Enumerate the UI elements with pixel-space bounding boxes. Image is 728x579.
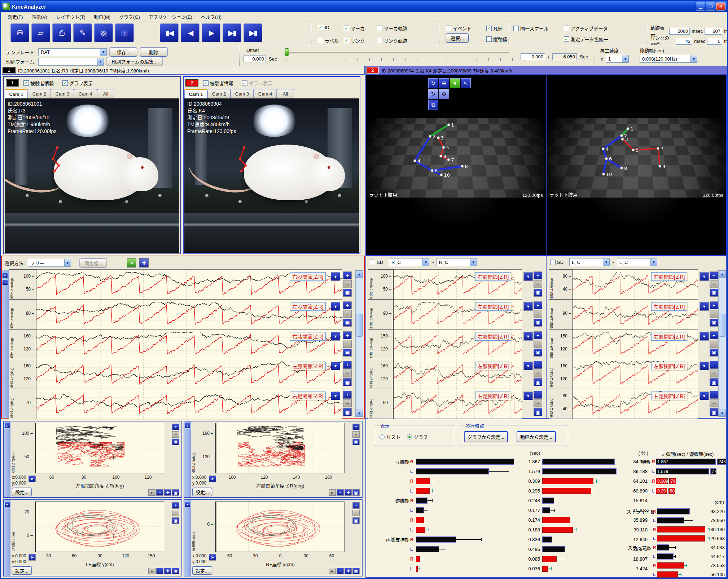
- chevron-down-icon[interactable]: ▼: [422, 258, 429, 266]
- edge-tool-icon[interactable]: ▪: [2, 279, 8, 285]
- jump-icon[interactable]: ➤: [209, 476, 216, 482]
- zoom-in-button[interactable]: +: [172, 502, 179, 509]
- zoom-out-button[interactable]: −: [534, 399, 542, 407]
- viewer-3d-view-2[interactable]: 12345768910ラット下肢用120.00fps: [547, 75, 726, 255]
- config-button[interactable]: 設定...: [192, 488, 212, 496]
- jump-icon[interactable]: ➤: [28, 554, 36, 561]
- first-frame-icon-button[interactable]: ▮◀: [160, 23, 179, 42]
- graph-display-check-1-box[interactable]: ✓: [62, 80, 68, 86]
- series-dropdown-button[interactable]: ▼: [700, 302, 709, 311]
- data-header-2[interactable]: 2ID:2008060904 氏名:K4 測定日:2008/06/09 TM速度…: [365, 66, 727, 75]
- viewer-3d[interactable]: 12359746810ラット下肢用120.00fps↻⊕▼↖↻⊕⧉1234576…: [365, 75, 727, 256]
- zoom-out-button[interactable]: −: [343, 399, 352, 407]
- tab-cam2-panel1[interactable]: Cam 2: [28, 89, 51, 98]
- zoom-out-button[interactable]: −: [710, 370, 718, 377]
- fit-scale-button[interactable]: ▣: [343, 319, 352, 327]
- capture-icon-button[interactable]: ✎: [73, 23, 92, 42]
- zoom-in-button[interactable]: +: [343, 301, 352, 309]
- set-from-graph-button[interactable]: グラフから設定...: [464, 431, 508, 442]
- scroll-up-arrow[interactable]: ▲: [719, 270, 726, 278]
- video-frame-2[interactable]: ID:2008060904氏名:K4測定日:2008/06/09TM速度:9.4…: [184, 98, 359, 253]
- radio-リスト[interactable]: リスト: [380, 433, 400, 440]
- fit-scale-button[interactable]: ▣: [710, 349, 718, 357]
- fit-scale-button[interactable]: ▣: [534, 408, 542, 416]
- config-button[interactable]: 設定...: [12, 566, 32, 575]
- check-リンク-box[interactable]: ✓: [344, 38, 349, 43]
- series-label-button[interactable]: 左股関節[∠R]: [475, 302, 511, 311]
- series-label-button[interactable]: 右股関節[∠R]: [290, 272, 326, 281]
- speed-combobox[interactable]: 1▼: [606, 55, 629, 63]
- video-frame-1[interactable]: ID:2008061001氏名:R3測定日:2008/06/10TM速度:1.9…: [5, 98, 179, 253]
- cyclogram-plot-area[interactable]: [216, 501, 345, 552]
- config-button[interactable]: 設定...: [12, 488, 32, 496]
- close-button[interactable]: ✕: [716, 3, 725, 10]
- zoom-in-button[interactable]: +: [352, 502, 360, 509]
- link-gap-msec-field[interactable]: 42: [676, 38, 693, 45]
- select-method-combobox[interactable]: フリー▼: [28, 259, 71, 267]
- tab-cam1-panel2[interactable]: Cam 1: [184, 89, 207, 98]
- zoom-out-button[interactable]: −: [352, 431, 360, 438]
- zoom-in-button[interactable]: +: [534, 361, 542, 369]
- series-label-button[interactable]: 左膝関節[∠R]: [475, 362, 511, 370]
- check-ラベル-box[interactable]: [318, 38, 323, 43]
- check-active-data[interactable]: アクティブデータ: [564, 25, 608, 32]
- series-dropdown-button[interactable]: ▼: [331, 362, 340, 370]
- save-button[interactable]: 保存...: [110, 48, 137, 57]
- series-dropdown-button[interactable]: ▼: [523, 332, 533, 341]
- check-vaxis[interactable]: 縦軸値: [486, 36, 507, 43]
- sd-check-rc-box[interactable]: [370, 260, 375, 265]
- fit-scale-button[interactable]: ▣: [710, 378, 718, 386]
- play-icon-button[interactable]: ▶: [202, 23, 220, 42]
- prev-frame-icon-button[interactable]: ◀: [181, 23, 199, 42]
- report-icon-button[interactable]: ▨: [94, 23, 113, 42]
- series-label-button[interactable]: 右足関節[∠R]: [290, 392, 326, 400]
- graph-scrollbar[interactable]: ▲▼: [718, 270, 726, 417]
- zoom-in-button[interactable]: +: [172, 424, 179, 430]
- shrink-button[interactable]: −: [337, 568, 344, 574]
- series-dropdown-button[interactable]: ▼: [700, 332, 709, 341]
- menu-item-6[interactable]: アプリケーション(E): [145, 12, 196, 21]
- offset-field[interactable]: 0.000: [244, 56, 266, 62]
- zoom-in-button[interactable]: +: [343, 391, 352, 399]
- check-legend-box[interactable]: ✓: [486, 26, 492, 31]
- fit-scale-button[interactable]: ▣: [352, 517, 360, 524]
- data-icon-button[interactable]: ⛁: [10, 23, 29, 42]
- expand-button[interactable]: ▸: [148, 489, 155, 496]
- series-dropdown-button[interactable]: ▼: [700, 272, 709, 281]
- series-dropdown-button[interactable]: ▼: [331, 272, 340, 281]
- check-vaxis-box[interactable]: [486, 36, 492, 42]
- check-event[interactable]: イベント: [446, 25, 472, 32]
- fit-scale-button[interactable]: ▣: [710, 289, 718, 297]
- chevron-down-icon[interactable]: ▼: [97, 58, 104, 65]
- fit-scale-button[interactable]: ▣: [352, 439, 360, 445]
- zoom-out-button[interactable]: −: [172, 510, 179, 516]
- menu-item-5[interactable]: グラフ(G): [115, 12, 144, 21]
- cyclogram-plot-area[interactable]: [36, 423, 164, 473]
- menu-item-2[interactable]: 表示(V): [28, 12, 51, 21]
- series-label-button[interactable]: 右股関節[∠R]: [651, 272, 687, 281]
- copy-view-icon[interactable]: ⧉: [428, 100, 438, 110]
- fit-button[interactable]: ▣: [172, 568, 179, 574]
- print-icon-button[interactable]: ⎙: [52, 23, 71, 42]
- open-folder-icon-button[interactable]: ▱: [31, 23, 50, 42]
- series-dropdown-button[interactable]: ▼: [331, 392, 340, 400]
- check-same-scale[interactable]: 同一スケール: [513, 25, 548, 32]
- rotate-z-icon[interactable]: ↻: [428, 89, 438, 99]
- check-active-data-box[interactable]: [564, 26, 569, 31]
- zoom-out-button[interactable]: −: [710, 310, 718, 318]
- chevron-down-icon[interactable]: ▼: [470, 258, 477, 266]
- series-label-button[interactable]: 左股関節[∠R]: [651, 302, 687, 311]
- zoom-in-button[interactable]: +: [352, 424, 360, 430]
- expand-button[interactable]: ▸: [329, 489, 336, 496]
- zoom-out-button[interactable]: −: [343, 280, 352, 288]
- subject-info-check-2[interactable]: ✓被験者情報: [203, 80, 233, 87]
- print-form-edit-button[interactable]: 印刷フォームの編集...: [107, 57, 162, 66]
- chevron-down-icon[interactable]: ▼: [690, 55, 697, 62]
- edge-tool-icon[interactable]: ▸: [4, 501, 10, 507]
- check-マーカ軌跡[interactable]: マーカ軌跡: [377, 25, 407, 32]
- scroll-thumb[interactable]: [719, 314, 725, 337]
- expand-button[interactable]: ▸: [329, 568, 336, 574]
- zoom-out-button[interactable]: −: [343, 310, 352, 318]
- series-label-button[interactable]: 右膝関節[∠R]: [290, 332, 326, 341]
- menu-item-4[interactable]: 動画(M): [91, 12, 114, 21]
